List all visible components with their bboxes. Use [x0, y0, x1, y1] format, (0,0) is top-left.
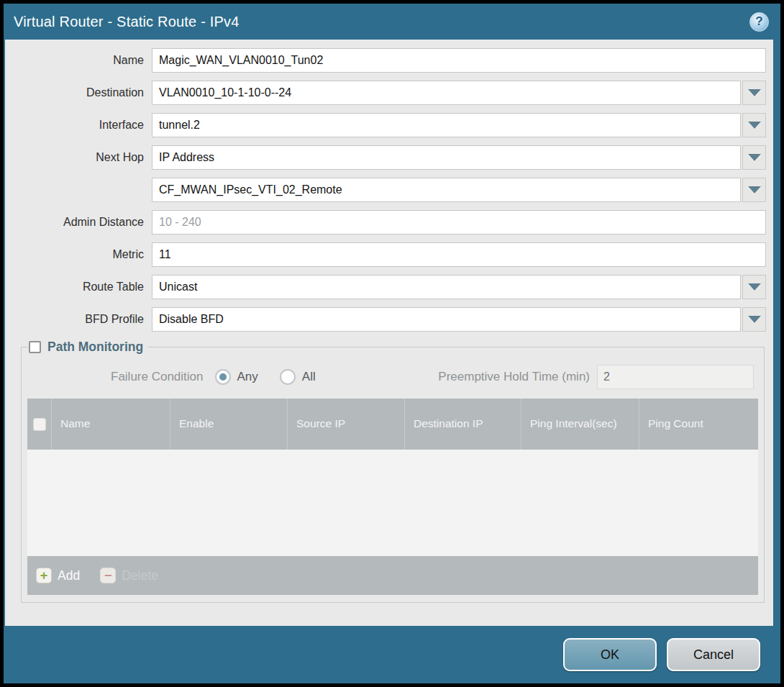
- path-monitoring-title: Path Monitoring: [47, 340, 143, 355]
- path-monitoring-checkbox[interactable]: [29, 341, 41, 353]
- form-row-destination: Destination: [11, 81, 766, 105]
- failure-condition-row: Failure Condition Any All Preemptive Hol…: [27, 365, 758, 389]
- bfd-profile-dropdown-button[interactable]: [742, 307, 766, 332]
- destination-label: Destination: [11, 86, 152, 99]
- interface-label: Interface: [11, 119, 152, 132]
- column-header-source-ip: Source IP: [288, 399, 405, 450]
- route-table-label: Route Table: [11, 281, 152, 294]
- select-all-cell: [27, 399, 52, 450]
- radio-all[interactable]: [280, 369, 296, 385]
- cancel-button[interactable]: Cancel: [667, 638, 760, 671]
- name-input[interactable]: [152, 48, 766, 73]
- metric-label: Metric: [11, 248, 152, 261]
- admin-distance-label: Admin Distance: [11, 216, 152, 229]
- chevron-down-icon: [748, 316, 761, 323]
- preemptive-hold-time-label: Preemptive Hold Time (min): [438, 370, 590, 384]
- destination-dropdown-button[interactable]: [742, 81, 766, 105]
- chevron-down-icon: [748, 89, 761, 96]
- radio-any[interactable]: [215, 369, 231, 385]
- table-header-row: Name Enable Source IP Destination IP Pin…: [27, 399, 758, 450]
- dialog-body: Name Destination Interface: [5, 40, 773, 626]
- dialog-virtual-router-static-route: Virtual Router - Static Route - IPv4 ? N…: [4, 4, 780, 683]
- form-row-interface: Interface: [11, 113, 766, 137]
- column-header-ping-interval: Ping Interval(sec): [521, 399, 639, 450]
- form-row-metric: Metric: [11, 242, 766, 267]
- dialog-title: Virtual Router - Static Route - IPv4: [14, 14, 749, 30]
- route-table-dropdown-button[interactable]: [742, 275, 766, 299]
- next-hop-address-dropdown-button[interactable]: [742, 178, 766, 202]
- next-hop-type-input[interactable]: [152, 145, 741, 170]
- form-row-route-table: Route Table: [11, 275, 766, 299]
- chevron-down-icon: [748, 186, 761, 194]
- add-button-label: Add: [58, 568, 80, 583]
- form-row-name: Name: [11, 48, 766, 73]
- next-hop-label: Next Hop: [11, 151, 152, 164]
- table-body-empty: [27, 450, 758, 556]
- radio-all-label: All: [302, 370, 316, 384]
- form-row-bfd-profile: BFD Profile: [11, 307, 766, 332]
- chevron-down-icon: [748, 283, 761, 291]
- bfd-profile-label: BFD Profile: [11, 313, 152, 326]
- chevron-down-icon: [748, 154, 761, 161]
- admin-distance-input[interactable]: [152, 210, 766, 235]
- failure-condition-label: Failure Condition: [111, 370, 204, 384]
- table-toolbar: + Add − Delete: [27, 556, 758, 595]
- preemptive-hold-time-input[interactable]: [597, 365, 754, 389]
- path-monitoring-section: Path Monitoring Failure Condition Any Al…: [21, 340, 765, 603]
- select-all-checkbox[interactable]: [33, 418, 46, 431]
- column-header-name: Name: [52, 399, 170, 450]
- help-icon[interactable]: ?: [749, 12, 769, 32]
- name-label: Name: [11, 54, 152, 67]
- chevron-down-icon: [748, 122, 761, 129]
- path-monitoring-table: Name Enable Source IP Destination IP Pin…: [27, 399, 758, 595]
- form-row-next-hop: Next Hop: [11, 145, 766, 170]
- bfd-profile-input[interactable]: [152, 307, 741, 332]
- form-row-admin-distance: Admin Distance: [11, 210, 766, 235]
- next-hop-type-dropdown-button[interactable]: [742, 145, 766, 170]
- add-button[interactable]: + Add: [36, 568, 80, 583]
- column-header-enable: Enable: [170, 399, 288, 450]
- metric-input[interactable]: [152, 242, 766, 267]
- dialog-titlebar: Virtual Router - Static Route - IPv4 ?: [4, 4, 780, 40]
- radio-any-label: Any: [237, 370, 258, 384]
- column-header-destination-ip: Destination IP: [405, 399, 521, 450]
- route-table-input[interactable]: [152, 275, 741, 299]
- interface-dropdown-button[interactable]: [742, 113, 766, 137]
- path-monitoring-legend: Path Monitoring: [27, 340, 147, 355]
- plus-icon: +: [36, 568, 52, 583]
- destination-input[interactable]: [152, 81, 741, 105]
- ok-button[interactable]: OK: [563, 638, 657, 671]
- delete-button-label: Delete: [122, 568, 158, 583]
- screen: Virtual Router - Static Route - IPv4 ? N…: [0, 0, 784, 687]
- form-row-next-hop-address: [11, 178, 766, 202]
- next-hop-address-input[interactable]: [152, 178, 741, 202]
- minus-icon: −: [100, 568, 116, 583]
- dialog-footer: OK Cancel: [4, 626, 780, 683]
- interface-input[interactable]: [152, 113, 741, 137]
- delete-button: − Delete: [100, 568, 158, 583]
- column-header-ping-count: Ping Count: [639, 399, 758, 450]
